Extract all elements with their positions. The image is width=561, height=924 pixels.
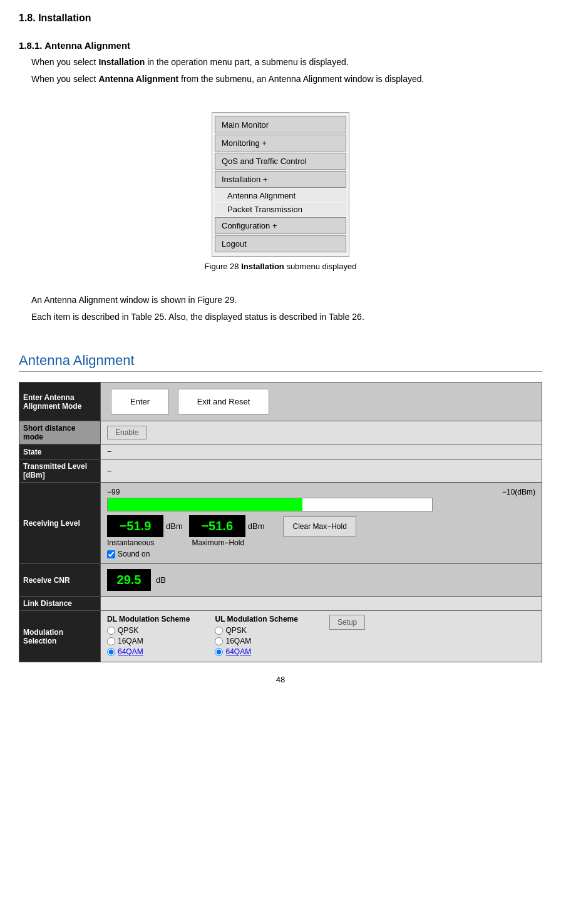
ul-64qam-label: 64QAM	[225, 647, 251, 656]
dl-qpsk-radio[interactable]	[107, 627, 115, 635]
ul-16qam-label: 16QAM	[225, 637, 251, 645]
bar-min-label: −99	[107, 488, 120, 496]
bar-white	[302, 498, 432, 511]
ul-title: UL Modulation Scheme	[215, 615, 297, 624]
para2-text: When you select	[31, 74, 98, 84]
menu-item-monitoring[interactable]: Monitoring +	[215, 135, 346, 151]
dl-modulation-col: DL Modulation Scheme QPSK 16QAM 64QAM	[107, 615, 190, 658]
maxhold-label: Maximum−Hold	[192, 538, 244, 547]
sound-label: Sound on	[118, 550, 150, 558]
caption-suffix: submenu displayed	[284, 262, 357, 271]
dl-16qam: 16QAM	[107, 637, 190, 645]
para2: When you select Antenna Alignment from t…	[31, 73, 542, 86]
row-short-distance: Short distance mode Enable	[19, 421, 542, 444]
content-cnr: 29.5 dB	[101, 564, 542, 597]
sound-check: Sound on	[107, 550, 535, 558]
label-tx-level: Transmitted Level[dBm]	[19, 459, 101, 483]
enable-button[interactable]: Enable	[107, 426, 147, 439]
receiving-bar-container: −99 −10(dBm) −51.9 dBm −51.6	[107, 488, 535, 558]
instant-dbm-unit: dBm	[166, 521, 183, 531]
content-link-distance	[101, 597, 542, 611]
tx-level-value: −	[107, 466, 112, 476]
dbm-displays: −51.9 dBm −51.6 dBm Clear Max−Hold	[107, 515, 535, 537]
ul-qpsk-label: QPSK	[225, 626, 246, 635]
ul-qpsk: QPSK	[215, 626, 297, 635]
row-receiving-level: Receiving Level −99 −10(dBm) −51.9 dB	[19, 483, 542, 564]
maxhold-display: −51.6 dBm	[189, 515, 267, 537]
content-state: −	[101, 444, 542, 459]
inst-maxhold-labels: Instantaneous Maximum−Hold	[107, 538, 535, 547]
ul-64qam-radio[interactable]	[215, 648, 223, 656]
label-link-distance: Link Distance	[19, 597, 101, 611]
bar-green	[108, 498, 302, 511]
dl-qpsk: QPSK	[107, 626, 190, 635]
label-modulation: Modulation Selection	[19, 611, 101, 662]
para4: Each item is described in Table 25. Also…	[31, 311, 542, 324]
maxhold-dbm-unit: dBm	[248, 521, 265, 531]
row-state: State −	[19, 444, 542, 459]
ul-modulation-col: UL Modulation Scheme QPSK 16QAM 64QAM	[215, 615, 297, 658]
row-tx-level: Transmitted Level[dBm] −	[19, 459, 542, 483]
cnr-display: 29.5 dB	[107, 569, 535, 591]
dl-qpsk-label: QPSK	[118, 626, 138, 635]
aa-divider	[19, 371, 542, 372]
maxhold-dbm-box: −51.6	[189, 515, 245, 537]
setup-button[interactable]: Setup	[329, 615, 365, 630]
row-modulation: Modulation Selection DL Modulation Schem…	[19, 611, 542, 662]
bar-max-label: −10(dBm)	[502, 488, 535, 496]
para1-text: When you select	[31, 57, 98, 67]
ul-16qam-radio[interactable]	[215, 637, 223, 645]
modulation-columns: DL Modulation Scheme QPSK 16QAM 64QAM	[107, 615, 535, 658]
menu-item-logout[interactable]: Logout	[215, 235, 346, 252]
label-cnr: Receive CNR	[19, 564, 101, 597]
menu-item-antenna-alignment[interactable]: Antenna Alignment	[215, 189, 346, 202]
menu-item-main-monitor[interactable]: Main Monitor	[215, 116, 346, 133]
caption-prefix: Figure 28	[205, 262, 242, 271]
label-enter-mode: Enter AntennaAlignment Mode	[19, 382, 101, 421]
menu-item-packet-transmission[interactable]: Packet Transmission	[215, 203, 346, 216]
state-value: −	[107, 447, 112, 456]
content-short-distance: Enable	[101, 421, 542, 444]
dl-16qam-label: 16QAM	[118, 637, 143, 645]
content-tx-level: −	[101, 459, 542, 483]
row-cnr: Receive CNR 29.5 dB	[19, 564, 542, 597]
bar-outer	[107, 498, 433, 511]
menu-box: Main Monitor Monitoring + QoS and Traffi…	[212, 112, 349, 257]
label-short-distance: Short distance mode	[19, 421, 101, 444]
menu-item-qos[interactable]: QoS and Traffic Control	[215, 153, 346, 170]
sub-heading: 1.8.1. Antenna Alignment	[19, 40, 542, 51]
clear-maxhold-button[interactable]: Clear Max−Hold	[283, 516, 356, 536]
label-receiving-level: Receiving Level	[19, 483, 101, 564]
para1: When you select Installation in the oper…	[31, 56, 542, 69]
caption-bold: Installation	[241, 262, 284, 271]
exit-reset-button[interactable]: Exit and Reset	[178, 389, 270, 414]
para2-bold: Antenna Alignment	[98, 74, 178, 84]
dl-64qam: 64QAM	[107, 647, 190, 656]
instant-dbm-box: −51.9	[107, 515, 163, 537]
dl-64qam-radio[interactable]	[107, 648, 115, 656]
aa-title: Antenna Alignment	[19, 352, 542, 369]
dl-64qam-label: 64QAM	[118, 647, 143, 656]
sound-checkbox[interactable]	[107, 550, 115, 558]
bar-scale: −99 −10(dBm)	[107, 488, 535, 496]
section-heading: 1.8. Installation	[19, 13, 542, 24]
content-receiving-level: −99 −10(dBm) −51.9 dBm −51.6	[101, 483, 542, 564]
content-enter-mode: Enter Exit and Reset	[101, 382, 542, 421]
aa-table: Enter AntennaAlignment Mode Enter Exit a…	[19, 382, 542, 662]
menu-item-configuration[interactable]: Configuration +	[215, 217, 346, 234]
ul-16qam: 16QAM	[215, 637, 297, 645]
label-state: State	[19, 444, 101, 459]
instant-label: Instantaneous	[107, 538, 154, 547]
figure28-container: Main Monitor Monitoring + QoS and Traffi…	[19, 112, 542, 271]
instant-display: −51.9 dBm	[107, 515, 185, 537]
ul-qpsk-radio[interactable]	[215, 627, 223, 635]
menu-item-installation[interactable]: Installation +	[215, 171, 346, 188]
enter-button[interactable]: Enter	[111, 389, 169, 414]
para3: An Antenna Alignment window is shown in …	[31, 294, 542, 307]
dl-title: DL Modulation Scheme	[107, 615, 190, 624]
dl-16qam-radio[interactable]	[107, 637, 115, 645]
page-number: 48	[19, 675, 542, 684]
para1-rest: in the operation menu part, a submenu is…	[145, 57, 348, 67]
para2-rest: from the submenu, an Antenna Alignment w…	[178, 74, 424, 84]
ul-64qam: 64QAM	[215, 647, 297, 656]
